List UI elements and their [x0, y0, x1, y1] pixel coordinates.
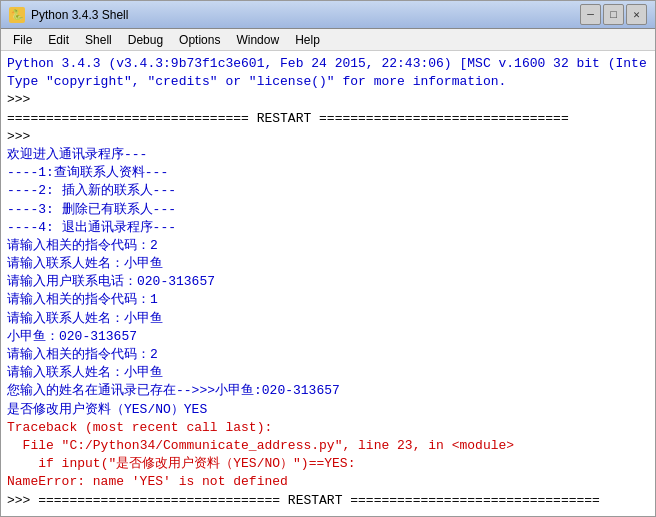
title-bar: 🐍 Python 3.4.3 Shell ─ □ ✕	[1, 1, 655, 29]
shell-line: 请输入联系人姓名：小甲鱼	[7, 255, 649, 273]
shell-line: if input("是否修改用户资料（YES/NO）")==YES:	[7, 455, 649, 473]
window-title: Python 3.4.3 Shell	[31, 8, 580, 22]
main-window: 🐍 Python 3.4.3 Shell ─ □ ✕ File Edit She…	[0, 0, 656, 517]
shell-line: 请输入相关的指令代码：1	[7, 291, 649, 309]
menu-file[interactable]: File	[5, 31, 40, 49]
menu-options[interactable]: Options	[171, 31, 228, 49]
maximize-button[interactable]: □	[603, 4, 624, 25]
shell-line: 小甲鱼：020-313657	[7, 328, 649, 346]
window-icon-text: 🐍	[11, 9, 23, 21]
shell-line: 请输入联系人姓名：小甲鱼	[7, 364, 649, 382]
menu-shell[interactable]: Shell	[77, 31, 120, 49]
menu-help[interactable]: Help	[287, 31, 328, 49]
shell-line: >>>	[7, 128, 649, 146]
close-button[interactable]: ✕	[626, 4, 647, 25]
shell-output[interactable]: Python 3.4.3 (v3.4.3:9b73f1c3e601, Feb 2…	[1, 51, 655, 516]
shell-line: ----4: 退出通讯录程序---	[7, 219, 649, 237]
minimize-button[interactable]: ─	[580, 4, 601, 25]
shell-line: 是否修改用户资料（YES/NO）YES	[7, 401, 649, 419]
window-icon: 🐍	[9, 7, 25, 23]
shell-line: Python 3.4.3 (v3.4.3:9b73f1c3e601, Feb 2…	[7, 55, 649, 73]
shell-line: =============================== RESTART …	[7, 110, 649, 128]
shell-line: ----2: 插入新的联系人---	[7, 182, 649, 200]
shell-line: >>>	[7, 91, 649, 109]
shell-line: 请输入联系人姓名：小甲鱼	[7, 310, 649, 328]
shell-line: Type "copyright", "credits" or "license(…	[7, 73, 649, 91]
shell-line: ----3: 删除已有联系人---	[7, 201, 649, 219]
menu-edit[interactable]: Edit	[40, 31, 77, 49]
shell-line: ----1:查询联系人资料---	[7, 164, 649, 182]
window-controls: ─ □ ✕	[580, 4, 647, 25]
shell-line: NameError: name 'YES' is not defined	[7, 473, 649, 491]
menu-bar: File Edit Shell Debug Options Window Hel…	[1, 29, 655, 51]
shell-line: >>> =============================== REST…	[7, 492, 649, 510]
menu-debug[interactable]: Debug	[120, 31, 171, 49]
shell-line: 您输入的姓名在通讯录已存在-->>>小甲鱼:020-313657	[7, 382, 649, 400]
shell-line: 请输入用户联系电话：020-313657	[7, 273, 649, 291]
shell-line: 请输入相关的指令代码：2	[7, 346, 649, 364]
shell-line: Traceback (most recent call last):	[7, 419, 649, 437]
shell-line: File "C:/Python34/Communicate_address.py…	[7, 437, 649, 455]
shell-line: 请输入相关的指令代码：2	[7, 237, 649, 255]
menu-window[interactable]: Window	[228, 31, 287, 49]
shell-line: 欢迎进入通讯录程序---	[7, 146, 649, 164]
